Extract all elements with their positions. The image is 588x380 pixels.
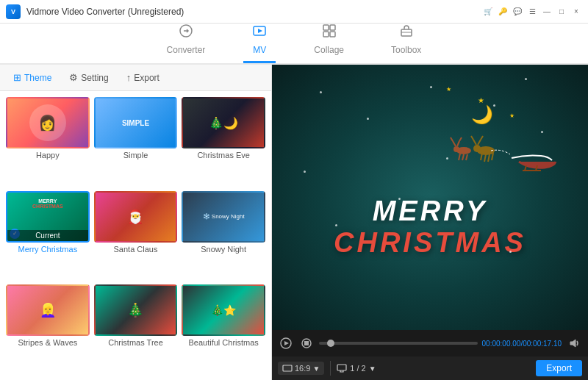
- theme-name-christmas-eve: Christmas Eve: [197, 151, 250, 159]
- menu-icon[interactable]: ☰: [526, 6, 538, 18]
- ratio-chevron: ▼: [312, 365, 320, 373]
- app-logo: V: [6, 4, 21, 19]
- svg-rect-30: [283, 365, 292, 371]
- mv-icon: [252, 24, 267, 42]
- svg-line-10: [473, 140, 476, 145]
- reindeer-area: [445, 118, 563, 176]
- ratio-select[interactable]: 16:9 ▼: [278, 362, 324, 375]
- theme-name-beautiful-christmas: Beautiful Christmas: [188, 338, 258, 347]
- tab-mv-label: MV: [253, 45, 266, 55]
- sub-tab-theme[interactable]: ⊞ Theme: [6, 69, 59, 86]
- ratio-label: 16:9: [295, 364, 310, 373]
- theme-thumb-stripes: 👱‍♀️: [6, 284, 90, 336]
- play-button[interactable]: [278, 335, 294, 351]
- preview-merry-text: MERRY: [334, 196, 526, 227]
- collage-icon: [322, 24, 337, 42]
- tab-converter[interactable]: Converter: [158, 19, 215, 63]
- sub-tabs: ⊞ Theme ⚙ Setting ↑ Export: [0, 65, 271, 91]
- title-bar: V Vidmore Video Converter (Unregistered)…: [0, 0, 588, 24]
- main-layout: ⊞ Theme ⚙ Setting ↑ Export 👩 Happy: [0, 65, 588, 380]
- theme-item-merry-christmas[interactable]: MERRY CHRISTMAS ✓ Merry Christmas: [6, 191, 90, 281]
- svg-rect-31: [337, 365, 346, 370]
- svg-rect-2: [323, 25, 329, 30]
- svg-line-20: [453, 141, 456, 146]
- nav-tabs: Converter MV Collage: [0, 24, 588, 65]
- cart-icon[interactable]: 🛒: [482, 6, 494, 18]
- export-button[interactable]: Export: [536, 360, 582, 376]
- sub-tab-export-label: Export: [134, 73, 159, 83]
- theme-item-snowy-night[interactable]: ❄️ Snowy Night Snowy Night: [182, 191, 265, 281]
- screen-chevron: ▼: [369, 365, 376, 373]
- svg-point-9: [473, 145, 481, 152]
- time-total: 00:00:17.10: [523, 340, 562, 348]
- sub-tab-setting[interactable]: ⚙ Setting: [62, 69, 115, 86]
- svg-rect-5: [330, 32, 335, 37]
- svg-line-17: [492, 153, 493, 160]
- export-icon: ↑: [126, 72, 132, 83]
- theme-thumb-snowy-night: ❄️ Snowy Night: [182, 191, 265, 243]
- theme-name-happy: Happy: [36, 151, 60, 159]
- screen-select[interactable]: 1 / 2 ▼: [337, 363, 376, 373]
- app-title: Vidmore Video Converter (Unregistered): [26, 7, 482, 17]
- chat-icon[interactable]: 💬: [512, 6, 523, 18]
- theme-thumb-santa-claus: 🎅: [94, 191, 178, 243]
- sub-tab-theme-label: Theme: [24, 73, 51, 83]
- svg-line-24: [459, 154, 460, 160]
- player-secondary: 16:9 ▼ 1 / 2 ▼ Export: [272, 356, 588, 380]
- tab-collage-label: Collage: [314, 45, 344, 55]
- svg-rect-3: [330, 25, 335, 30]
- star-icon-3: ★: [446, 86, 451, 93]
- svg-line-22: [451, 137, 453, 141]
- theme-name-santa-claus: Santa Claus: [114, 245, 158, 254]
- key-icon[interactable]: 🔑: [497, 6, 509, 18]
- right-panel: 🌙 ★ ★ ★: [272, 65, 588, 380]
- svg-line-11: [478, 140, 481, 145]
- theme-check-icon: ✓: [10, 229, 20, 239]
- theme-item-christmas-tree[interactable]: 🎄 Christmas Tree: [94, 284, 178, 374]
- theme-grid: 👩 Happy SIMPLE Simple: [0, 91, 271, 380]
- progress-bar[interactable]: [319, 342, 478, 345]
- minimize-button[interactable]: —: [541, 6, 553, 18]
- preview-christmas-text: CHRISTMAS: [334, 227, 526, 259]
- svg-line-15: [484, 154, 486, 162]
- stop-button[interactable]: [298, 335, 315, 351]
- theme-name-simple: Simple: [123, 151, 148, 159]
- close-button[interactable]: ×: [570, 6, 582, 18]
- theme-name-stripes-waves: Stripes & Waves: [18, 338, 77, 347]
- star-icon: ★: [478, 96, 484, 104]
- tab-converter-label: Converter: [167, 45, 206, 55]
- left-panel: ⊞ Theme ⚙ Setting ↑ Export 👩 Happy: [0, 65, 272, 380]
- theme-item-stripes-waves[interactable]: 👱‍♀️ Stripes & Waves: [6, 284, 90, 374]
- theme-item-beautiful-christmas[interactable]: 🎄⭐ Beautiful Christmas: [182, 284, 265, 374]
- theme-item-simple[interactable]: SIMPLE Simple: [94, 97, 178, 187]
- theme-item-santa-claus[interactable]: 🎅 Santa Claus: [94, 191, 178, 281]
- theme-thumb-christmas-tree: 🎄: [94, 284, 178, 336]
- player-controls: 00:00:00.00/00:00:17.10: [272, 330, 588, 356]
- sub-tab-export[interactable]: ↑ Export: [119, 69, 167, 86]
- sub-tab-setting-label: Setting: [81, 73, 108, 83]
- tab-mv[interactable]: MV: [243, 19, 276, 63]
- preview-background: 🌙 ★ ★ ★: [272, 65, 588, 330]
- theme-thumb-simple: SIMPLE: [94, 97, 178, 148]
- svg-rect-4: [323, 32, 329, 37]
- tab-collage[interactable]: Collage: [305, 19, 353, 63]
- tab-toolbox[interactable]: Toolbox: [382, 19, 430, 63]
- theme-item-christmas-eve[interactable]: 🎄🌙 Christmas Eve: [182, 97, 265, 187]
- theme-thumb-beautiful-christmas: 🎄⭐: [182, 284, 265, 336]
- maximize-button[interactable]: □: [556, 6, 567, 18]
- theme-name-snowy-night: Snowy Night: [201, 245, 246, 254]
- page-display: 1 / 2: [350, 364, 365, 373]
- time-display: 00:00:00.00/00:00:17.10: [482, 340, 562, 348]
- setting-icon: ⚙: [69, 72, 78, 83]
- theme-name-merry-christmas: Merry Christmas: [18, 245, 77, 254]
- svg-rect-29: [304, 341, 309, 345]
- theme-thumb-merry-christmas: MERRY CHRISTMAS ✓: [6, 191, 90, 243]
- theme-thumb-happy: 👩: [6, 97, 90, 148]
- svg-line-12: [471, 136, 473, 140]
- svg-point-19: [453, 146, 459, 152]
- tab-toolbox-label: Toolbox: [391, 45, 421, 55]
- time-current: 00:00:00.00: [482, 340, 521, 348]
- volume-button[interactable]: [566, 335, 582, 351]
- theme-item-happy[interactable]: 👩 Happy: [6, 97, 90, 187]
- theme-name-christmas-tree: Christmas Tree: [108, 338, 163, 347]
